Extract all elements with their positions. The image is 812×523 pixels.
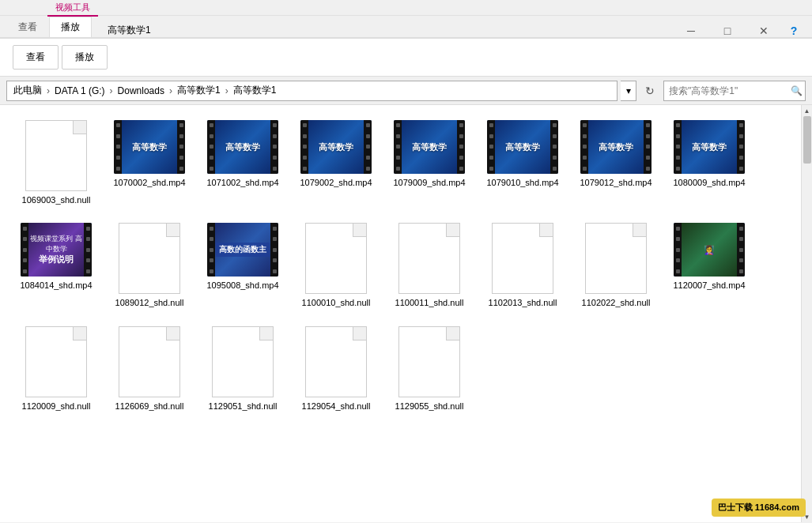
play-button[interactable]: 播放	[62, 45, 108, 70]
video-content: 高等数学	[588, 120, 644, 174]
path-folder2[interactable]: 高等数学1	[233, 84, 277, 97]
file-item[interactable]: 1120009_shd.null	[13, 321, 100, 417]
maximize-button[interactable]: □	[709, 24, 746, 37]
scroll-up[interactable]: ▲	[802, 105, 813, 116]
file-thumb-video: 高等数学	[300, 120, 372, 174]
video-content: 高数的函数主	[215, 223, 270, 277]
video-title: 高等数学	[505, 141, 540, 153]
film-strip-left	[300, 120, 308, 174]
file-item[interactable]: 1129051_shd.null	[199, 321, 286, 417]
file-label: 1102022_shd.null	[582, 297, 651, 308]
minimize-button[interactable]: ─	[673, 24, 709, 37]
video-content: 高等数学	[495, 120, 550, 174]
video-content: 👩‍🏫	[682, 223, 737, 277]
file-label: 1071002_shd.mp4	[206, 177, 278, 188]
path-folder1[interactable]: 高等数学1	[177, 84, 221, 97]
video-content: 高等数学	[308, 120, 364, 174]
video-subtitle: 高数的函数主	[216, 243, 270, 257]
file-thumb-video: 高等数学	[207, 120, 278, 174]
file-item[interactable]: 1069003_shd.null	[13, 115, 100, 211]
scroll-track[interactable]	[802, 116, 812, 511]
address-dropdown[interactable]: ▾	[621, 81, 636, 101]
file-thumb-video: 高数的函数主	[207, 223, 278, 277]
file-label: 1120009_shd.null	[22, 401, 91, 412]
file-label: 1126069_shd.null	[115, 401, 184, 412]
file-label: 1079012_shd.mp4	[580, 177, 651, 188]
video-title: 高等数学	[225, 141, 260, 153]
film-strip-right	[550, 120, 558, 174]
tab-play[interactable]: 播放	[49, 17, 92, 37]
search-input[interactable]	[669, 85, 787, 96]
file-item[interactable]: 高等数学1079010_shd.mp4	[479, 115, 566, 211]
file-thumb-video: 高等数学	[394, 120, 465, 174]
tools-label: 视频工具	[47, 0, 98, 17]
file-item[interactable]: 1102013_shd.null	[479, 217, 566, 314]
file-label: 1069003_shd.null	[22, 194, 91, 205]
scroll-thumb[interactable]	[803, 116, 811, 164]
film-strip-left	[487, 120, 495, 174]
file-item[interactable]: 视频课堂系列 高中数学举例说明1084014_shd.mp4	[13, 217, 100, 314]
scrollbar[interactable]: ▲ ▼	[801, 105, 812, 522]
file-label: 1080009_shd.mp4	[673, 177, 745, 188]
file-thumb-video: 高等数学	[674, 120, 745, 174]
path-computer[interactable]: 此电脑	[13, 84, 42, 97]
path-drive[interactable]: DATA 1 (G:)	[55, 85, 105, 96]
video-content: 视频课堂系列 高中数学举例说明	[28, 223, 84, 277]
file-thumb-blank	[119, 223, 180, 294]
file-label: 1129055_shd.null	[395, 401, 464, 412]
file-thumb-blank	[25, 120, 87, 191]
file-thumb-video: 高等数学	[487, 120, 558, 174]
file-label: 1129051_shd.null	[209, 401, 278, 412]
video-title: 高等数学	[599, 141, 633, 153]
file-item[interactable]: 高等数学1071002_shd.mp4	[199, 115, 286, 211]
refresh-button[interactable]: ↻	[640, 81, 660, 101]
film-strip-right	[270, 223, 278, 277]
file-thumb-blank	[212, 326, 274, 397]
file-item[interactable]: 👩‍🏫1120007_shd.mp4	[666, 217, 753, 314]
film-strip-left	[207, 120, 215, 174]
watermark: 巴士下载 11684.com	[712, 499, 806, 517]
path-downloads[interactable]: Downloads	[118, 85, 164, 96]
file-item[interactable]: 高等数学1079002_shd.mp4	[293, 115, 380, 211]
file-thumb-video: 高等数学	[114, 120, 185, 174]
file-thumb-blank	[585, 223, 647, 294]
file-label: 1100010_shd.null	[302, 297, 371, 308]
file-thumb-blank	[305, 326, 367, 397]
file-item[interactable]: 1102022_shd.null	[572, 217, 659, 314]
file-item[interactable]: 1126069_shd.null	[106, 321, 193, 417]
file-label: 1100011_shd.null	[395, 297, 464, 308]
video-title: 高等数学	[132, 141, 167, 153]
file-label: 1095008_shd.mp4	[206, 280, 278, 291]
file-item[interactable]: 1129054_shd.null	[293, 321, 380, 417]
file-item[interactable]: 1100010_shd.null	[293, 217, 380, 314]
film-strip-left	[674, 223, 682, 277]
address-path: 此电脑 › DATA 1 (G:) › Downloads › 高等数学1 › …	[6, 81, 617, 101]
file-thumb-blank	[305, 223, 367, 294]
file-item[interactable]: 1129055_shd.null	[386, 321, 473, 417]
file-grid: 1069003_shd.null高等数学1070002_shd.mp4高等数学1…	[0, 105, 801, 522]
file-label: 1079009_shd.mp4	[393, 177, 465, 188]
film-strip-right	[177, 120, 185, 174]
film-strip-left	[580, 120, 588, 174]
film-strip-right	[737, 223, 745, 277]
help-button[interactable]: ?	[782, 24, 806, 37]
file-item[interactable]: 高等数学1079012_shd.mp4	[572, 115, 659, 211]
file-label: 1084014_shd.mp4	[20, 280, 92, 291]
close-button[interactable]: ✕	[746, 24, 782, 37]
film-strip-right	[364, 120, 372, 174]
file-label: 1079010_shd.mp4	[486, 177, 558, 188]
file-item[interactable]: 1100011_shd.null	[386, 217, 473, 314]
file-label: 1079002_shd.mp4	[300, 177, 372, 188]
film-strip-left	[114, 120, 122, 174]
tab-view[interactable]: 查看	[6, 17, 49, 37]
file-item[interactable]: 1089012_shd.null	[106, 217, 193, 314]
file-item[interactable]: 高等数学1079009_shd.mp4	[386, 115, 473, 211]
video-content: 高等数学	[215, 120, 270, 174]
search-box[interactable]: 🔍	[663, 81, 806, 101]
file-item[interactable]: 高数的函数主1095008_shd.mp4	[199, 217, 286, 314]
film-strip-right	[457, 120, 465, 174]
file-thumb-video: 👩‍🏫	[674, 223, 745, 277]
view-button[interactable]: 查看	[13, 45, 59, 70]
file-item[interactable]: 高等数学1070002_shd.mp4	[106, 115, 193, 211]
file-item[interactable]: 高等数学1080009_shd.mp4	[666, 115, 753, 211]
